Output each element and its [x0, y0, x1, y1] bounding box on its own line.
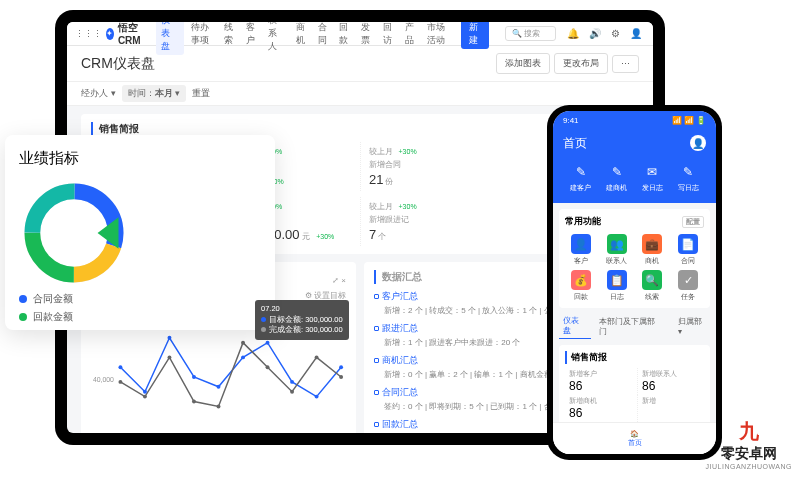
svg-point-19 — [290, 390, 294, 394]
func-item[interactable]: 💰回款 — [565, 270, 597, 302]
phone-quick-actions: ✎建客户✎建商机✉发日志✎写日志 — [553, 157, 716, 203]
nav-dashboard[interactable]: 仪表盘 — [156, 22, 184, 55]
bell-icon[interactable]: 🔔 — [567, 28, 579, 39]
stat-cell[interactable]: 较上月 +30% 新增合同 21份 — [360, 142, 495, 191]
phone-statusbar: 9:41📶 📶 🔋 — [553, 111, 716, 129]
phone-frame: 9:41📶 📶 🔋 首页 👤 ✎建客户✎建商机✉发日志✎写日志 常用功能配置 👤… — [547, 105, 722, 460]
time-filter[interactable]: 时间：本月 ▾ — [122, 85, 187, 102]
tab-dashboard[interactable]: 仪表盘 — [559, 314, 591, 339]
svg-point-4 — [168, 336, 172, 340]
svg-point-18 — [266, 365, 270, 369]
nav-todo[interactable]: 待办事项 — [188, 22, 218, 47]
svg-point-20 — [315, 355, 319, 359]
donut-chart — [19, 178, 129, 288]
topbar: ⋮⋮⋮ ✦ 悟空CRM 仪表盘 待办事项 线索 客户 联系人 商机 合同 回款 … — [67, 22, 653, 46]
func-item[interactable]: 📋日志 — [601, 270, 633, 302]
phone-stat-row: 新增客户86 新增联系人86 — [565, 368, 704, 395]
func-item[interactable]: 👤客户 — [565, 234, 597, 266]
home-icon: 🏠 — [630, 430, 639, 438]
signal-icon: 📶 📶 🔋 — [672, 116, 706, 125]
kpi-legend: 合同金额 回款金额 — [19, 292, 261, 324]
apps-icon[interactable]: ⋮⋮⋮ — [75, 29, 102, 39]
svg-point-5 — [192, 375, 196, 379]
nav-home[interactable]: 🏠首页 — [628, 430, 642, 448]
change-layout-button[interactable]: 更改布局 — [554, 53, 608, 74]
nav-contracts[interactable]: 合同 — [315, 22, 333, 47]
phone-screen: 9:41📶 📶 🔋 首页 👤 ✎建客户✎建商机✉发日志✎写日志 常用功能配置 👤… — [553, 111, 716, 454]
svg-point-15 — [192, 400, 196, 404]
page-title: CRM仪表盘 — [81, 55, 155, 73]
user-icon[interactable]: 👤 — [630, 28, 642, 39]
search-input[interactable]: 🔍 搜索 — [505, 26, 556, 41]
nav-contacts[interactable]: 联系人 — [265, 22, 289, 53]
more-button[interactable]: ⋯ — [612, 55, 639, 73]
nav-opportunities[interactable]: 商机 — [293, 22, 311, 47]
phone-functions: 常用功能配置 👤客户👥联系人💼商机📄合同💰回款📋日志🔍线索✓任务 — [559, 209, 710, 308]
svg-point-11 — [339, 365, 343, 369]
svg-point-13 — [143, 395, 147, 399]
nav-visits[interactable]: 回访 — [380, 22, 398, 47]
svg-point-8 — [266, 341, 270, 345]
summary-title: 数据汇总 — [374, 270, 422, 284]
svg-point-12 — [118, 380, 122, 384]
assignee-filter[interactable]: 经办人 ▾ — [81, 87, 116, 100]
quick-action[interactable]: ✉发日志 — [642, 163, 663, 193]
nav-marketing[interactable]: 市场活动 — [424, 22, 454, 47]
brand-name: 悟空CRM — [118, 22, 146, 46]
kpi-title: 业绩指标 — [19, 149, 261, 168]
filters-bar: 经办人 ▾ 时间：本月 ▾ 重置 — [67, 82, 653, 106]
svg-text:40,000: 40,000 — [93, 376, 114, 383]
phone-tabs: 仪表盘 本部门及下属部门 归属部▾ — [553, 314, 716, 339]
tab-dept[interactable]: 本部门及下属部门 — [595, 315, 666, 339]
page-header: CRM仪表盘 添加图表 更改布局 ⋯ — [67, 46, 653, 82]
chart-tooltip: 07.20 目标金额: 300,000.00 完成金额: 300,000.00 — [255, 300, 349, 340]
kpi-card: 业绩指标 合同金额 回款金额 — [5, 135, 275, 330]
svg-point-21 — [339, 375, 343, 379]
svg-point-10 — [315, 395, 319, 399]
svg-point-6 — [217, 385, 221, 389]
svg-point-3 — [143, 390, 147, 394]
svg-point-9 — [290, 380, 294, 384]
nav-invoices[interactable]: 发票 — [358, 22, 376, 47]
config-button[interactable]: 配置 — [682, 216, 704, 228]
brand-logo[interactable]: ✦ — [106, 28, 114, 40]
func-item[interactable]: ✓任务 — [672, 270, 704, 302]
sound-icon[interactable]: 🔊 — [589, 28, 601, 39]
nav-receivables[interactable]: 回款 — [336, 22, 354, 47]
func-item[interactable]: 📄合同 — [672, 234, 704, 266]
watermark: 九 零安卓网 JIULINGANZHUOWANG — [706, 418, 792, 470]
svg-point-7 — [241, 355, 245, 359]
watermark-logo: 九 — [706, 418, 792, 445]
quick-action[interactable]: ✎建商机 — [606, 163, 627, 193]
add-chart-button[interactable]: 添加图表 — [496, 53, 550, 74]
nav-customers[interactable]: 客户 — [243, 22, 261, 47]
svg-point-16 — [217, 404, 221, 408]
func-item[interactable]: 👥联系人 — [601, 234, 633, 266]
nav-leads[interactable]: 线索 — [221, 22, 239, 47]
expand-icon[interactable]: ⤢ — [332, 276, 339, 285]
quick-action[interactable]: ✎建客户 — [570, 163, 591, 193]
tab-scope[interactable]: 归属部▾ — [674, 315, 710, 338]
new-button[interactable]: 新建 — [461, 22, 489, 49]
chart-config[interactable]: ⚙ 设置目标 — [305, 291, 346, 300]
reset-button[interactable]: 重置 — [192, 87, 210, 100]
func-item[interactable]: 💼商机 — [637, 234, 669, 266]
svg-point-17 — [241, 341, 245, 345]
func-item[interactable]: 🔍线索 — [637, 270, 669, 302]
quick-action[interactable]: ✎写日志 — [678, 163, 699, 193]
phone-stat-row: 新增商机86 新增 — [565, 395, 704, 422]
phone-bottom-nav: 🏠首页 — [553, 422, 716, 454]
phone-header: 首页 👤 — [553, 129, 716, 157]
nav-products[interactable]: 产品 — [402, 22, 420, 47]
close-icon[interactable]: × — [341, 276, 346, 285]
avatar-icon[interactable]: 👤 — [690, 135, 706, 151]
gear-icon[interactable]: ⚙ — [611, 28, 620, 39]
svg-point-2 — [118, 365, 122, 369]
stat-cell[interactable]: 较上月 +30% 新增跟进记 7个 — [360, 197, 495, 246]
svg-point-14 — [168, 355, 172, 359]
